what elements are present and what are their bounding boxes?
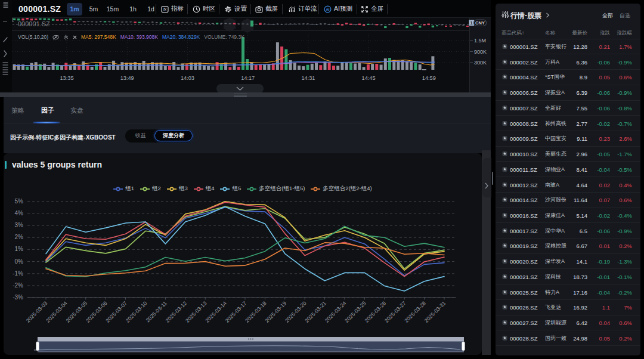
svg-text:14:45: 14:45 [362, 75, 376, 81]
svg-text:3%: 3% [15, 222, 24, 228]
svg-text:4%: 4% [15, 210, 24, 216]
svg-text:fx: fx [163, 7, 167, 11]
svg-text:13:49: 13:49 [120, 75, 134, 81]
svg-text:2025-03-10: 2025-03-10 [125, 300, 148, 324]
svg-text:14:17: 14:17 [241, 75, 255, 81]
svg-text:AI: AI [326, 8, 330, 11]
svg-text:1%: 1% [15, 246, 24, 252]
svg-text:2%: 2% [15, 234, 24, 240]
svg-text:14:31: 14:31 [301, 75, 315, 81]
svg-text:2025-03-31: 2025-03-31 [423, 300, 447, 324]
svg-text:5%: 5% [15, 198, 24, 205]
svg-text:13:35: 13:35 [60, 75, 74, 81]
svg-text:-2%: -2% [13, 282, 23, 289]
svg-text:14:59: 14:59 [422, 75, 436, 81]
svg-text:CNY: CNY [475, 20, 485, 26]
svg-text:14:03: 14:03 [181, 75, 194, 81]
svg-text:1: 1 [470, 20, 473, 26]
svg-text:0%: 0% [15, 258, 24, 265]
svg-text:-1%: -1% [13, 270, 23, 277]
svg-text:-3%: -3% [13, 294, 23, 301]
